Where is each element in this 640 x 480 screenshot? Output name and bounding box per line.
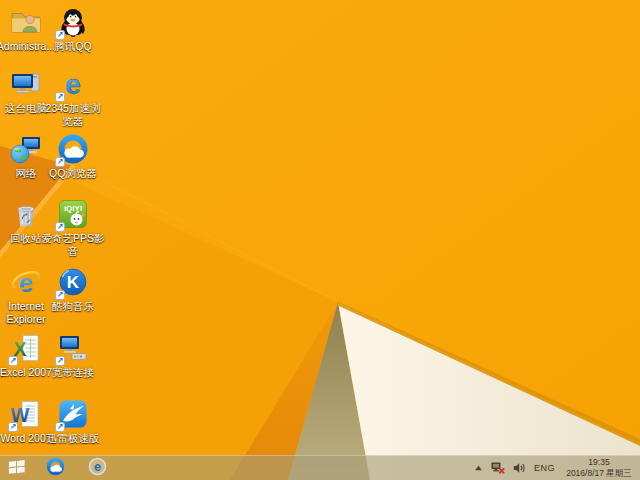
xunlei-bird-icon: ↗ bbox=[57, 398, 89, 430]
start-button[interactable] bbox=[0, 456, 34, 480]
icon-label: 爱奇艺PPS影 音 bbox=[41, 232, 104, 257]
desktop-icon-qq-browser[interactable]: ↗ QQ浏览器 bbox=[41, 133, 105, 180]
shortcut-arrow-overlay: ↗ bbox=[8, 356, 18, 366]
network-status-icon[interactable] bbox=[491, 462, 505, 474]
iqiyi-glyph: iQIYI bbox=[64, 204, 82, 213]
word-icon: W ↗ bbox=[10, 398, 42, 430]
qq-browser-icon bbox=[46, 457, 65, 479]
clock-date: 2016/8/17 星期三 bbox=[563, 468, 635, 479]
qq-penguin-icon: ↗ bbox=[57, 6, 89, 38]
icon-label: 腾讯QQ bbox=[54, 40, 91, 53]
iqiyi-pps-icon: iQIYI ↗ bbox=[57, 198, 89, 230]
broadband-connection-icon: ↗ bbox=[57, 332, 89, 364]
windows-logo-icon bbox=[8, 459, 26, 478]
2345-browser-icon: e bbox=[88, 457, 107, 479]
shortcut-arrow-overlay: ↗ bbox=[55, 356, 65, 366]
shortcut-arrow-overlay: ↗ bbox=[55, 222, 65, 232]
kugou-k-glyph: K bbox=[67, 273, 80, 292]
internet-explorer-icon: e bbox=[10, 266, 42, 298]
taskbar-2345-browser-button[interactable]: e bbox=[76, 456, 118, 480]
e-glyph: e bbox=[65, 69, 81, 100]
icon-label: 酷狗音乐 bbox=[52, 300, 94, 313]
clock[interactable]: 19:35 2016/8/17 星期三 bbox=[563, 457, 635, 478]
icon-label: Internet Explorer bbox=[6, 300, 45, 325]
this-pc-icon bbox=[10, 68, 42, 100]
desktop-icon-broadband[interactable]: ↗ 宽带连接 bbox=[41, 332, 105, 379]
kugou-music-icon: K ↗ bbox=[57, 266, 89, 298]
user-folder-icon bbox=[10, 6, 42, 38]
2345-browser-icon: e ↗ bbox=[57, 68, 89, 100]
taskbar: e bbox=[0, 455, 640, 480]
icon-label: 迅雷极速版 bbox=[47, 432, 100, 445]
tray-expand-button[interactable] bbox=[474, 464, 483, 472]
shortcut-arrow-overlay: ↗ bbox=[8, 422, 18, 432]
desktop-icon-xunlei[interactable]: ↗ 迅雷极速版 bbox=[41, 398, 105, 445]
language-indicator[interactable]: ENG bbox=[534, 463, 555, 473]
desktop-icon-2345-browser[interactable]: e ↗ 2345加速浏 览器 bbox=[41, 68, 105, 127]
icon-label: 回收站 bbox=[10, 232, 42, 245]
clock-time: 19:35 bbox=[563, 457, 635, 468]
desktop[interactable]: Administra... ↗ 腾讯QQ bbox=[0, 0, 640, 480]
shortcut-arrow-overlay: ↗ bbox=[55, 157, 65, 167]
shortcut-arrow-overlay: ↗ bbox=[55, 422, 65, 432]
desktop-icon-tencent-qq[interactable]: ↗ 腾讯QQ bbox=[41, 6, 105, 53]
e-glyph: e bbox=[94, 460, 101, 474]
qq-browser-icon: ↗ bbox=[57, 133, 89, 165]
shortcut-arrow-overlay: ↗ bbox=[55, 92, 65, 102]
network-icon bbox=[10, 133, 42, 165]
recycle-bin-icon bbox=[10, 198, 42, 230]
excel-icon: X ↗ bbox=[10, 332, 42, 364]
icon-label: QQ浏览器 bbox=[49, 167, 97, 180]
shortcut-arrow-overlay: ↗ bbox=[55, 30, 65, 40]
taskbar-qq-browser-button[interactable] bbox=[34, 456, 76, 480]
icon-label: 2345加速浏 览器 bbox=[46, 102, 101, 127]
shortcut-arrow-overlay: ↗ bbox=[55, 290, 65, 300]
volume-icon[interactable] bbox=[513, 462, 526, 474]
desktop-icon-kugou-music[interactable]: K ↗ 酷狗音乐 bbox=[41, 266, 105, 313]
icon-label: 宽带连接 bbox=[52, 366, 94, 379]
system-tray: ENG 19:35 2016/8/17 星期三 bbox=[474, 456, 640, 480]
desktop-icon-iqiyi-pps[interactable]: iQIYI ↗ 爱奇艺PPS影 音 bbox=[41, 198, 105, 257]
icon-label: 网络 bbox=[16, 167, 37, 180]
